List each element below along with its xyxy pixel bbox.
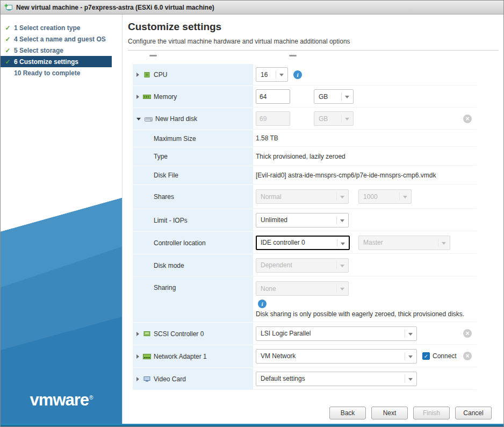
memory-icon — [142, 94, 151, 100]
maximum-size-label-cell: Maximum Size — [133, 130, 253, 147]
hard-disk-row: New Hard disk GB — [133, 108, 477, 130]
memory-row: Memory GB — [133, 86, 477, 108]
video-settings-select[interactable]: Default settings — [256, 372, 417, 386]
step-customize-settings[interactable]: 6 Customize settings — [1, 56, 112, 67]
cpu-row: CPU 16 — [133, 64, 477, 86]
cpu-value-cell: 16 — [253, 64, 477, 86]
divider — [128, 50, 499, 51]
page-title: Customize settings — [128, 21, 503, 33]
network-adapter-icon — [142, 354, 151, 359]
memory-label-cell: Memory — [133, 86, 253, 108]
chevron-right-icon[interactable] — [136, 354, 139, 359]
finish-button[interactable]: Finish — [413, 407, 450, 419]
footer-buttons: Back Next Finish Cancel — [329, 407, 492, 419]
window-bottom-edge — [1, 424, 503, 426]
titlebar: New virtual machine - p7express-astra (E… — [1, 1, 503, 15]
wizard-step-list: 1 Select creation type 4 Select a name a… — [1, 15, 122, 79]
shares-label-cell: Shares — [133, 185, 253, 209]
scsi-type-select[interactable]: LSI Logic Parallel — [256, 326, 417, 341]
network-value-cell: VM Network Connect — [253, 345, 477, 367]
sharing-label-cell: Sharing — [133, 277, 253, 322]
limit-iops-value-cell: Unlimited — [253, 209, 477, 231]
limit-iops-row: Limit - IOPs Unlimited — [133, 209, 477, 231]
limit-iops-label-cell: Limit - IOPs — [133, 209, 253, 231]
scsi-controller-icon — [142, 331, 151, 337]
controller-location-row: Controller location IDE controller 0 Mas… — [133, 232, 477, 254]
shares-value-select[interactable]: 1000 — [358, 189, 412, 204]
step-select-creation-type[interactable]: 1 Select creation type — [1, 22, 122, 33]
video-label-cell: Video Card — [133, 368, 253, 390]
cpu-count-select[interactable]: 16 — [256, 67, 288, 82]
chevron-right-icon[interactable] — [136, 73, 139, 77]
shares-row: Shares Normal 1000 — [133, 185, 477, 209]
cpu-info-icon[interactable] — [293, 70, 302, 79]
back-button[interactable]: Back — [329, 407, 366, 419]
column-resize-grip[interactable] — [149, 55, 157, 56]
chevron-right-icon[interactable] — [136, 95, 139, 99]
controller-location-value-cell: IDE controller 0 Master — [253, 232, 477, 254]
cpu-label-cell: CPU — [133, 64, 253, 86]
step-ready-to-complete[interactable]: 10 Ready to complete — [1, 67, 122, 79]
disk-file-value-cell: [Evil-raid0] astra-ide-mnsprs-cmp6/p7e-i… — [253, 166, 477, 184]
video-value-cell: Default settings — [253, 368, 477, 390]
main-content: Customize settings Configure the virtual… — [123, 15, 503, 424]
disk-type-value-cell: Thick provisioned, lazily zeroed — [253, 147, 477, 166]
disk-mode-row: Disk mode Dependent — [133, 254, 477, 276]
step-select-storage[interactable]: 5 Select storage — [1, 45, 122, 56]
video-card-row: Video Card Default settings — [133, 368, 477, 390]
page-subtitle: Configure the virtual machine hardware a… — [128, 38, 503, 45]
remove-network-icon[interactable] — [463, 352, 472, 360]
scsi-controller-row: SCSI Controller 0 LSI Logic Parallel — [133, 323, 477, 345]
connect-label: Connect — [433, 352, 457, 360]
wizard-steps-sidebar: 1 Select creation type 4 Select a name a… — [1, 15, 123, 424]
window-title: New virtual machine - p7express-astra (E… — [16, 4, 214, 11]
cancel-button[interactable]: Cancel — [455, 407, 492, 419]
disk-mode-select[interactable]: Dependent — [256, 258, 349, 273]
memory-unit-select[interactable]: GB — [314, 89, 354, 104]
scsi-value-cell: LSI Logic Parallel — [253, 323, 477, 345]
hardware-settings-table: CPU 16 Me — [133, 64, 477, 390]
sharing-value-cell: None Disk sharing is only possible with … — [253, 277, 477, 322]
disk-file-label-cell: Disk File — [133, 166, 253, 184]
maximum-size-value-cell: 1.58 TB — [253, 130, 477, 147]
check-icon — [4, 35, 11, 43]
controller-channel-select[interactable]: Master — [358, 236, 450, 250]
chevron-right-icon[interactable] — [136, 332, 139, 336]
hard-disk-value-cell: GB — [253, 108, 477, 130]
shares-value-cell: Normal 1000 — [253, 185, 477, 209]
disk-type-label-cell: Type — [133, 147, 253, 166]
sharing-info-icon[interactable] — [258, 300, 267, 308]
maximum-size-row: Maximum Size 1.58 TB — [133, 130, 477, 147]
controller-select[interactable]: IDE controller 0 — [256, 236, 350, 250]
network-select[interactable]: VM Network — [256, 349, 417, 364]
remove-scsi-icon[interactable] — [463, 329, 472, 338]
sharing-row: Sharing None Disk sharing is only possib… — [133, 277, 477, 322]
remove-disk-icon[interactable] — [463, 115, 472, 123]
hard-disk-label-cell: New Hard disk — [133, 108, 253, 130]
check-placeholder — [4, 69, 11, 77]
check-icon — [4, 47, 11, 54]
shares-level-select[interactable]: Normal — [256, 189, 349, 204]
memory-value-cell: GB — [253, 86, 477, 108]
memory-size-input[interactable] — [256, 89, 290, 104]
chevron-down-icon[interactable] — [136, 118, 141, 120]
new-vm-wizard-window: New virtual machine - p7express-astra (E… — [0, 0, 504, 427]
limit-iops-select[interactable]: Unlimited — [256, 213, 349, 227]
disk-mode-value-cell: Dependent — [253, 254, 477, 276]
sharing-select[interactable]: None — [256, 281, 349, 296]
sharing-note: Disk sharing is only possible with eager… — [256, 310, 464, 318]
disk-size-input[interactable] — [256, 111, 290, 126]
next-button[interactable]: Next — [371, 407, 408, 419]
chevron-right-icon[interactable] — [136, 377, 139, 381]
step-select-name-guest-os[interactable]: 4 Select a name and guest OS — [1, 33, 122, 45]
scsi-label-cell: SCSI Controller 0 — [133, 323, 253, 345]
column-resize-grip[interactable] — [289, 55, 297, 56]
cpu-icon — [142, 72, 151, 78]
disk-unit-select[interactable]: GB — [314, 111, 354, 126]
check-icon — [4, 24, 11, 32]
controller-location-label-cell: Controller location — [133, 232, 253, 254]
check-icon — [4, 58, 11, 66]
hard-disk-icon — [144, 116, 153, 122]
disk-mode-label-cell: Disk mode — [133, 254, 253, 276]
connect-checkbox[interactable] — [422, 352, 430, 360]
